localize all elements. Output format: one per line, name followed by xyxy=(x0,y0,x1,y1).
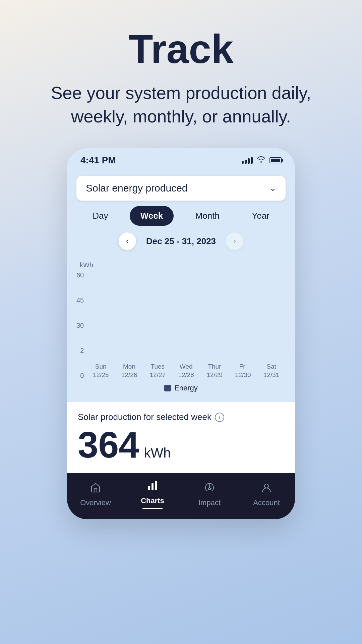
y-axis: 60 45 30 2 0 xyxy=(76,272,84,379)
status-time: 4:41 PM xyxy=(80,155,116,166)
stats-label: Solar production for selected week i xyxy=(78,412,284,422)
legend-label: Energy xyxy=(174,384,198,392)
stats-number: 364 xyxy=(78,426,139,463)
x-label-tues: Tues12/27 xyxy=(143,363,172,379)
x-label-mon: Mon12/26 xyxy=(115,363,143,379)
x-label-sat: Sat12/31 xyxy=(257,363,286,379)
app-content: Solar energy produced ⌄ Day Week Month Y… xyxy=(67,169,295,473)
hero-subtitle: See your system production daily, weekly… xyxy=(20,81,342,128)
tab-day[interactable]: Day xyxy=(82,206,119,226)
tab-year[interactable]: Year xyxy=(241,206,280,226)
svg-point-4 xyxy=(264,484,268,488)
chart-legend: Energy xyxy=(76,384,286,392)
stats-unit: kWh xyxy=(144,445,171,461)
info-icon[interactable]: i xyxy=(215,413,224,422)
chevron-down-icon: ⌄ xyxy=(269,183,276,193)
stats-section: Solar production for selected week i 364… xyxy=(67,402,295,473)
charts-icon xyxy=(147,480,158,494)
tab-week[interactable]: Week xyxy=(130,206,174,226)
next-period-button[interactable]: › xyxy=(226,232,243,250)
y-tick-60: 60 xyxy=(76,272,84,278)
bottom-navigation: Overview Charts Impa xyxy=(67,473,295,519)
nav-label-account: Account xyxy=(253,498,280,507)
period-tabs: Day Week Month Year xyxy=(76,206,286,226)
x-label-fri: Fri12/30 xyxy=(229,363,257,379)
account-icon xyxy=(261,482,272,496)
nav-item-overview[interactable]: Overview xyxy=(75,482,116,507)
svg-point-3 xyxy=(208,488,210,490)
nav-item-account[interactable]: Account xyxy=(246,482,287,507)
nav-label-impact: Impact xyxy=(198,498,221,507)
dropdown-label: Solar energy produced xyxy=(86,182,188,194)
svg-rect-2 xyxy=(155,481,157,490)
nav-item-charts[interactable]: Charts xyxy=(132,480,173,509)
metric-dropdown[interactable]: Solar energy produced ⌄ xyxy=(76,176,286,201)
y-tick-0: 0 xyxy=(80,372,84,379)
chart-area: kWh 60 45 30 2 0 xyxy=(67,258,295,400)
wifi-icon xyxy=(257,156,265,165)
tab-month[interactable]: Month xyxy=(185,206,230,226)
y-tick-2: 2 xyxy=(80,347,84,354)
battery-icon xyxy=(269,157,282,163)
legend-color-dot xyxy=(164,385,171,391)
x-label-sun: Sun12/25 xyxy=(86,363,115,379)
nav-label-charts: Charts xyxy=(141,496,164,505)
y-axis-label: kWh xyxy=(80,261,286,269)
svg-rect-1 xyxy=(152,483,154,490)
status-bar: 4:41 PM xyxy=(67,148,295,169)
date-navigation: ‹ Dec 25 - 31, 2023 › xyxy=(76,232,286,250)
y-tick-30: 30 xyxy=(76,322,84,329)
status-icons xyxy=(242,156,282,165)
svg-rect-0 xyxy=(148,486,150,490)
home-icon xyxy=(90,482,101,496)
impact-icon xyxy=(204,482,215,496)
hero-section: Track See your system production daily, … xyxy=(0,0,362,148)
grid-line-2 xyxy=(86,360,286,360)
signal-icon xyxy=(242,157,253,164)
bars-section: Sun12/25 Mon12/26 Tues12/27 Wed12/28 Thu… xyxy=(86,360,286,379)
nav-item-impact[interactable]: Impact xyxy=(189,482,230,507)
x-label-thur: Thur12/29 xyxy=(200,363,229,379)
date-range: Dec 25 - 31, 2023 xyxy=(146,236,216,247)
bar-chart: 60 45 30 2 0 xyxy=(76,272,286,379)
phone-mockup: 4:41 PM Solar energy prod xyxy=(67,148,295,519)
active-tab-indicator xyxy=(142,508,163,509)
x-labels: Sun12/25 Mon12/26 Tues12/27 Wed12/28 Thu… xyxy=(86,363,286,379)
stats-value: 364 kWh xyxy=(78,426,284,463)
nav-label-overview: Overview xyxy=(80,498,111,507)
prev-period-button[interactable]: ‹ xyxy=(119,232,136,250)
y-tick-45: 45 xyxy=(76,297,84,304)
hero-title: Track xyxy=(20,27,342,71)
x-label-wed: Wed12/28 xyxy=(172,363,200,379)
